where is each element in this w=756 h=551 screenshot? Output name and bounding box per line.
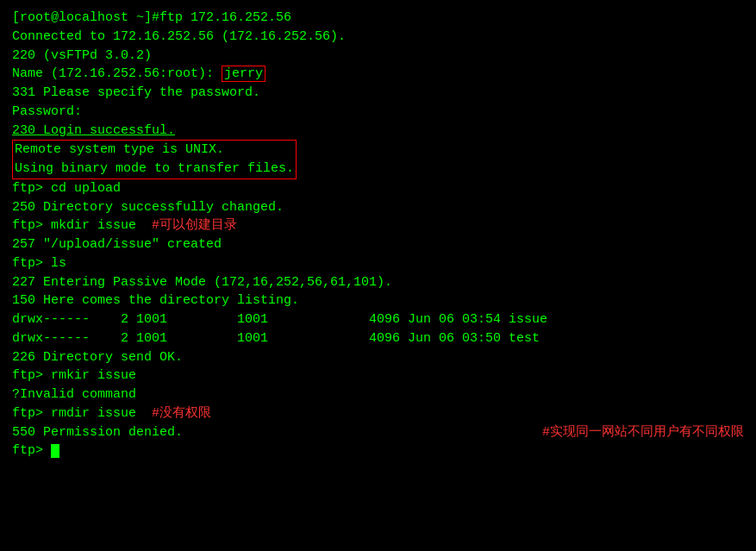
terminal-window: [root@localhost ~]#ftp 172.16.252.56 Con…	[12, 9, 744, 460]
mkdir-comment: #可以创建目录	[152, 218, 237, 233]
login-success: 230 Login successful.	[12, 123, 175, 138]
permission-denied-text: 550 Permission denied.	[12, 423, 183, 442]
line-8: Remote system type is UNIX.Using binary …	[12, 140, 744, 179]
line-15: 150 Here comes the directory listing.	[12, 291, 744, 310]
line-5: 331 Please specify the password.	[12, 84, 744, 103]
line-23: ftp>	[12, 441, 744, 460]
line-12: 257 "/upload/issue" created	[12, 235, 744, 254]
ftp-prompt-final: ftp>	[12, 443, 51, 458]
line-2: Connected to 172.16.252.56 (172.16.252.5…	[12, 28, 744, 47]
username-highlight: jerry	[222, 66, 266, 82]
line-6: Password:	[12, 103, 744, 122]
rmdir-comment: #没有权限	[152, 406, 211, 421]
line-4: Name (172.16.252.56:root): jerry	[12, 65, 744, 84]
line-19: ftp> rmkir issue	[12, 366, 744, 385]
line-7: 230 Login successful.	[12, 122, 744, 141]
line-3: 220 (vsFTPd 3.0.2)	[12, 47, 744, 66]
line-14: 227 Entering Passive Mode (172,16,252,56…	[12, 273, 744, 292]
line-9: ftp> cd upload	[12, 179, 744, 198]
line-17: drwx------ 2 1001 1001 4096 Jun 06 03:50…	[12, 329, 744, 348]
line-13: ftp> ls	[12, 254, 744, 273]
system-type-box: Remote system type is UNIX.Using binary …	[12, 140, 297, 179]
line-16: drwx------ 2 1001 1001 4096 Jun 06 03:54…	[12, 310, 744, 329]
line-20: ?Invalid command	[12, 385, 744, 404]
permission-comment: #实现同一网站不同用户有不同权限	[542, 423, 744, 442]
line-1: [root@localhost ~]#ftp 172.16.252.56	[12, 9, 744, 28]
line-21: ftp> rmdir issue #没有权限	[12, 404, 744, 423]
terminal-cursor	[51, 444, 59, 458]
line-18: 226 Directory send OK.	[12, 348, 744, 367]
line-11: ftp> mkdir issue #可以创建目录	[12, 216, 744, 235]
line-22: 550 Permission denied. #实现同一网站不同用户有不同权限	[12, 423, 744, 442]
line-10: 250 Directory successfully changed.	[12, 198, 744, 217]
